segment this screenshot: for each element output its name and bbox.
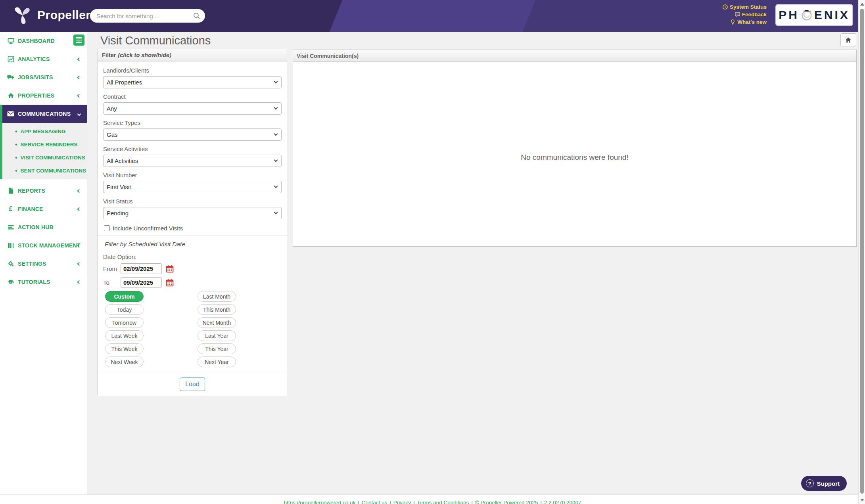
service-activities-select[interactable]: All Activities: [103, 155, 282, 167]
to-label: To: [103, 279, 121, 286]
date-preset-custom[interactable]: Custom: [105, 291, 144, 302]
footer-separator: |: [540, 500, 542, 504]
sidebar-item-sent-communications[interactable]: •SENT COMMUNICATIONS: [2, 164, 87, 177]
system-status-link[interactable]: System Status: [723, 3, 767, 11]
chevron-left-icon: [77, 75, 81, 79]
bullet-icon: •: [15, 128, 17, 135]
sidebar-item-dashboard[interactable]: DASHBOARD: [0, 32, 87, 50]
footer-link-privacy[interactable]: Privacy: [393, 500, 411, 504]
lightbulb-icon: [730, 19, 735, 25]
footer-separator: |: [389, 500, 391, 504]
visit-number-select[interactable]: First Visit: [103, 181, 282, 193]
contract-select[interactable]: Any: [103, 102, 282, 115]
search-input[interactable]: [96, 9, 188, 23]
header-links: System Status Feedback What's new: [723, 3, 767, 26]
field-contract: Contract Any: [103, 93, 282, 115]
date-preset-today[interactable]: Today: [105, 304, 144, 315]
include-unconfirmed-checkbox[interactable]: [104, 225, 110, 231]
phoenix-logo: PH ENIX: [775, 4, 853, 26]
home-icon: [7, 92, 14, 99]
scrollbar-up-icon[interactable]: [860, 3, 864, 6]
date-preset-last-year[interactable]: Last Year: [198, 330, 236, 341]
home-button[interactable]: [840, 33, 856, 46]
date-preset-last-month[interactable]: Last Month: [198, 291, 236, 302]
sidebar-item-reports[interactable]: REPORTS: [0, 182, 87, 200]
graduation-cap-icon: [7, 279, 14, 285]
phoenix-logo-text: PH ENIX: [779, 8, 850, 22]
sidebar-item-settings[interactable]: SETTINGS: [0, 255, 87, 273]
envelope-icon: [7, 111, 14, 117]
divider: [98, 236, 287, 236]
landlords-clients-select[interactable]: All Properties: [103, 76, 282, 88]
communications-submenu: •APP MESSAGING •SERVICE REMINDERS •VISIT…: [0, 123, 87, 179]
footer-link-contact[interactable]: Contact us: [362, 500, 387, 504]
filter-panel: Filter (click to show/hide) Landlords/Cl…: [98, 49, 287, 396]
date-section-title: Filter by Scheduled Visit Date: [105, 241, 282, 248]
sidebar-item-stock-management[interactable]: STOCK MANAGEMENT: [0, 236, 87, 255]
load-button[interactable]: Load: [180, 378, 205, 391]
sidebar-item-tutorials[interactable]: TUTORIALS: [0, 273, 87, 291]
field-label: Landlords/Clients: [103, 67, 282, 74]
pound-icon: £: [7, 205, 14, 213]
sidebar-item-properties[interactable]: PROPERTIES: [0, 86, 87, 105]
date-from-row: From: [103, 263, 282, 274]
from-date-input[interactable]: [121, 263, 162, 274]
analytics-icon: [7, 56, 14, 62]
whats-new-link[interactable]: What's new: [723, 18, 767, 26]
chevron-left-icon: [77, 189, 81, 193]
brand-name: Propeller: [37, 8, 91, 22]
sidebar-item-app-messaging[interactable]: •APP MESSAGING: [2, 125, 87, 138]
scrollbar-thumb[interactable]: [860, 9, 864, 494]
date-preset-next-year[interactable]: Next Year: [198, 356, 236, 367]
date-preset-this-year[interactable]: This Year: [198, 343, 236, 354]
date-preset-this-week[interactable]: This Week: [105, 343, 144, 354]
results-body: No communications were found!: [293, 62, 856, 247]
feedback-link[interactable]: Feedback: [723, 11, 767, 18]
service-types-select[interactable]: Gas: [103, 128, 282, 141]
field-visit-number: Visit Number First Visit: [103, 172, 282, 193]
sidebar-item-finance[interactable]: £ FINANCE: [0, 200, 87, 218]
field-label: Service Activities: [103, 146, 282, 152]
bullet-icon: •: [15, 142, 17, 148]
support-label: Support: [817, 480, 840, 487]
footer-separator: |: [471, 500, 473, 504]
sidebar-item-label: ACTION HUB: [18, 224, 54, 230]
sidebar-item-communications[interactable]: COMMUNICATIONS: [0, 105, 87, 123]
search-icon[interactable]: [193, 12, 200, 21]
to-calendar-button[interactable]: [166, 279, 174, 287]
sidebar-item-label: PROPERTIES: [18, 92, 54, 99]
sidebar-item-jobs-visits[interactable]: JOBS/VISITS: [0, 68, 87, 86]
dashboard-icon: [7, 38, 14, 44]
date-preset-last-week[interactable]: Last Week: [105, 330, 144, 341]
footer-version: 2.2.0270.20007: [544, 500, 581, 504]
sidebar-item-visit-communications[interactable]: •VISIT COMMUNICATIONS: [2, 151, 87, 164]
to-date-input[interactable]: [121, 277, 162, 288]
date-preset-tomorrow[interactable]: Tomorrow: [105, 317, 144, 328]
visit-communications-panel: Visit Communication(s) No communications…: [293, 50, 857, 247]
sidebar-item-service-reminders[interactable]: •SERVICE REMINDERS: [2, 138, 87, 151]
bullet-icon: •: [15, 155, 17, 161]
scrollbar-down-icon[interactable]: [860, 499, 864, 502]
date-preset-next-month[interactable]: Next Month: [198, 317, 236, 328]
support-button[interactable]: ? Support: [801, 476, 847, 491]
date-preset-this-month[interactable]: This Month: [198, 304, 236, 315]
footer-link-url[interactable]: https://propellerpowered.co.uk: [284, 500, 355, 504]
feedback-label: Feedback: [742, 11, 767, 17]
footer-link-terms[interactable]: Terms and Conditions: [417, 500, 469, 504]
from-calendar-button[interactable]: [166, 265, 174, 273]
visit-status-select[interactable]: Pending: [103, 207, 282, 219]
filter-body: Landlords/Clients All Properties Contrac…: [98, 61, 287, 367]
filter-panel-header[interactable]: Filter (click to show/hide): [98, 49, 287, 61]
field-label: Contract: [103, 93, 282, 100]
sidebar-item-label: SETTINGS: [18, 261, 46, 267]
date-preset-next-week[interactable]: Next Week: [105, 356, 144, 367]
sidebar-item-analytics[interactable]: ANALYTICS: [0, 50, 87, 68]
chevron-left-icon: [77, 57, 81, 61]
sidebar-item-label: REPORTS: [18, 188, 45, 194]
window-scrollbar[interactable]: [858, 0, 865, 504]
load-bar: Load: [98, 373, 287, 396]
calendar-icon: [166, 279, 174, 287]
sidebar-item-action-hub[interactable]: ACTION HUB: [0, 218, 87, 236]
submenu-item-label: SERVICE REMINDERS: [21, 142, 78, 148]
chevron-left-icon: [77, 207, 81, 211]
